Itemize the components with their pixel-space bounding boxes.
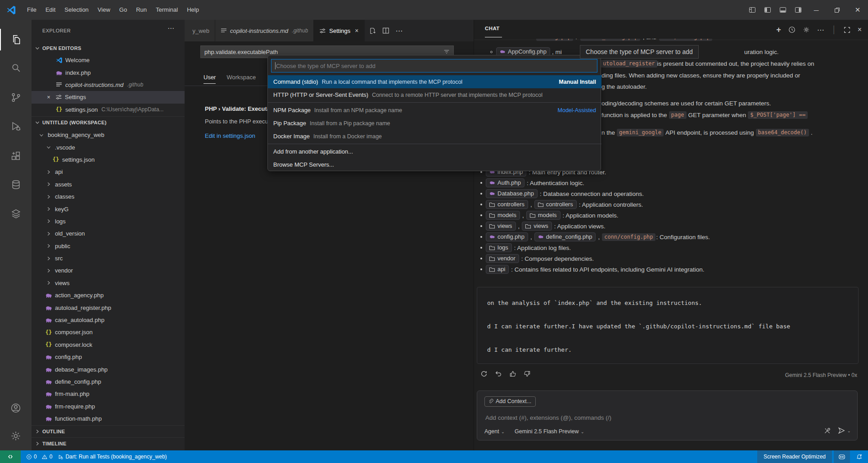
settings-scope-user[interactable]: User	[203, 74, 216, 84]
tree-item-folder[interactable]: .vscode	[32, 141, 185, 153]
code-chip[interactable]: gemini_google	[617, 129, 664, 136]
folder-chip[interactable]: views	[486, 222, 516, 231]
tree-item-folder[interactable]: logs	[32, 215, 185, 227]
folder-chip[interactable]: views	[522, 222, 552, 231]
tab-copilot-instructions[interactable]: copilot-instructions.md .github	[215, 20, 314, 41]
chat-input-card[interactable]: Add Context... Add context (#), extensio…	[477, 390, 858, 440]
thumbs-up-icon[interactable]	[509, 370, 516, 377]
code-chip[interactable]: utoload_register	[601, 60, 657, 68]
edit-in-settings-json-link[interactable]: Edit in settings.json	[205, 132, 255, 139]
customize-layout-icon[interactable]	[745, 0, 760, 20]
tree-item-file[interactable]: debase_images.php	[32, 363, 185, 375]
code-chip[interactable]: page	[669, 111, 687, 119]
file-chip[interactable]: Database.php	[486, 189, 538, 198]
quickpick-item-pip[interactable]: Pip Package Install from a Pip package n…	[268, 117, 601, 130]
tree-item-file[interactable]: {}composer.json	[32, 326, 185, 338]
tree-item-folder[interactable]: booking_agency_web	[32, 129, 185, 141]
tools-icon[interactable]	[823, 427, 831, 435]
quickpick-item-browse-servers[interactable]: Browse MCP Servers...	[268, 158, 601, 171]
folder-chip[interactable]: models	[526, 211, 561, 220]
quickpick-item-npm[interactable]: NPM Package Install from an NPM package …	[268, 104, 601, 117]
thumbs-down-icon[interactable]	[524, 370, 531, 377]
tab-settings[interactable]: Settings ×	[314, 20, 364, 41]
remote-indicator[interactable]	[0, 450, 21, 463]
tree-item-file[interactable]: {}settings.json	[32, 154, 185, 166]
tree-item-file[interactable]: define_config.php	[32, 376, 185, 388]
code-chip[interactable]: config.php	[536, 39, 573, 41]
explorer-icon[interactable]	[0, 29, 32, 50]
open-editors-header[interactable]: OPEN EDITORS	[32, 42, 185, 54]
tree-item-file[interactable]: frm-require.php	[32, 400, 185, 413]
maximize-panel-icon[interactable]	[844, 27, 850, 33]
close-panel-icon[interactable]: ×	[858, 26, 862, 34]
retry-icon[interactable]	[480, 370, 488, 377]
tree-item-file[interactable]: config.php	[32, 351, 185, 363]
quickpick-item-http[interactable]: HTTP (HTTP or Server-Sent Events) Connec…	[268, 88, 601, 101]
quickpick-item-docker[interactable]: Docker Image Install from a Docker image	[268, 130, 601, 143]
folder-chip[interactable]: controllers	[534, 200, 577, 209]
open-editor-settings[interactable]: × Settings	[32, 91, 185, 103]
open-editor-settings-json[interactable]: {} settings.json C:\Users\chayj\AppData.…	[32, 104, 185, 116]
tree-item-file[interactable]: autoload_register.php	[32, 301, 185, 313]
folder-chip[interactable]: logs	[486, 243, 512, 252]
chat-code-block[interactable]: on the analysis of `index.php` and the e…	[477, 287, 859, 364]
run-debug-icon[interactable]	[0, 115, 32, 137]
tree-item-file[interactable]: {}composer.lock	[32, 339, 185, 351]
code-chip[interactable]: conn/config.php	[659, 39, 712, 41]
settings-scope-workspace[interactable]: Workspace	[226, 74, 256, 84]
chat-history-icon[interactable]	[788, 26, 796, 33]
tree-item-folder[interactable]: keyG	[32, 203, 185, 215]
tree-item-folder[interactable]: api	[32, 166, 185, 178]
folder-chip[interactable]: models	[486, 211, 520, 220]
menu-go[interactable]: Go	[115, 0, 131, 20]
open-editor-welcome[interactable]: Welcome	[32, 54, 185, 66]
folder-chip[interactable]: api	[486, 265, 509, 274]
copilot-status-icon[interactable]	[834, 450, 850, 463]
screen-reader-optimized-item[interactable]: Screen Reader Optimized	[757, 450, 832, 463]
layers-icon[interactable]	[0, 203, 32, 224]
menu-selection[interactable]: Selection	[60, 0, 93, 20]
chat-input-placeholder[interactable]: Add context (#), extensions (@), command…	[485, 414, 611, 421]
tree-item-folder[interactable]: vendor	[32, 264, 185, 277]
chat-more-actions-icon[interactable]: ⋯	[817, 26, 825, 34]
filter-icon[interactable]	[443, 49, 450, 55]
tree-item-folder[interactable]: views	[32, 277, 185, 289]
model-picker-dropdown[interactable]: Gemini 2.5 Flash Preview⌄	[515, 428, 584, 435]
tree-item-file[interactable]: frm-main.php	[32, 388, 185, 400]
close-window-button[interactable]: ✕	[847, 0, 868, 20]
notifications-bell-icon[interactable]	[850, 450, 868, 463]
code-chip[interactable]: $_POST['page'] ==	[748, 111, 808, 119]
chat-tab[interactable]: CHAT	[485, 26, 500, 31]
extensions-icon[interactable]	[0, 145, 32, 167]
restore-button[interactable]	[827, 0, 847, 20]
tab-partial[interactable]: y_web	[185, 20, 215, 41]
file-chip[interactable]: define_config.php	[534, 232, 596, 241]
workspace-header[interactable]: UNTITLED (WORKSPACE)	[32, 117, 185, 128]
tree-item-file[interactable]: case_autoload.php	[32, 314, 185, 326]
search-icon[interactable]	[0, 57, 32, 78]
menu-terminal[interactable]: Terminal	[151, 0, 182, 20]
timeline-header[interactable]: TIMELINE	[32, 438, 185, 449]
explorer-more-actions-icon[interactable]: ⋯	[167, 24, 175, 32]
editor-more-actions-icon[interactable]: ⋯	[396, 27, 403, 35]
dart-task-item[interactable]: Dart: Run all Tests (booking_agency_web)	[58, 454, 167, 460]
quickpick-input[interactable]: Choose the type of MCP server to add	[271, 59, 597, 73]
toggle-secondary-sidebar-icon[interactable]	[791, 0, 806, 20]
source-control-icon[interactable]	[0, 86, 32, 108]
close-tab-icon[interactable]: ×	[355, 27, 358, 34]
tree-item-folder[interactable]: old_version	[32, 227, 185, 240]
tree-item-file[interactable]: action_agency.php	[32, 289, 185, 301]
new-chat-icon[interactable]: +	[776, 25, 781, 35]
toggle-primary-sidebar-icon[interactable]	[760, 0, 775, 20]
code-chip[interactable]: base64_decode()	[756, 129, 809, 136]
code-chip[interactable]: conn/config.php	[602, 233, 655, 241]
menu-run[interactable]: Run	[131, 0, 151, 20]
file-chip[interactable]: config.php	[486, 232, 528, 241]
code-chip[interactable]: define_config.php	[580, 39, 640, 41]
quickpick-item-command-stdio[interactable]: Command (stdio) Run a local command that…	[268, 75, 601, 88]
folder-chip[interactable]: controllers	[486, 200, 528, 209]
database-icon[interactable]	[0, 174, 32, 195]
open-settings-json-icon[interactable]	[368, 27, 376, 35]
tree-item-folder[interactable]: public	[32, 240, 185, 252]
outline-header[interactable]: OUTLINE	[32, 426, 185, 437]
